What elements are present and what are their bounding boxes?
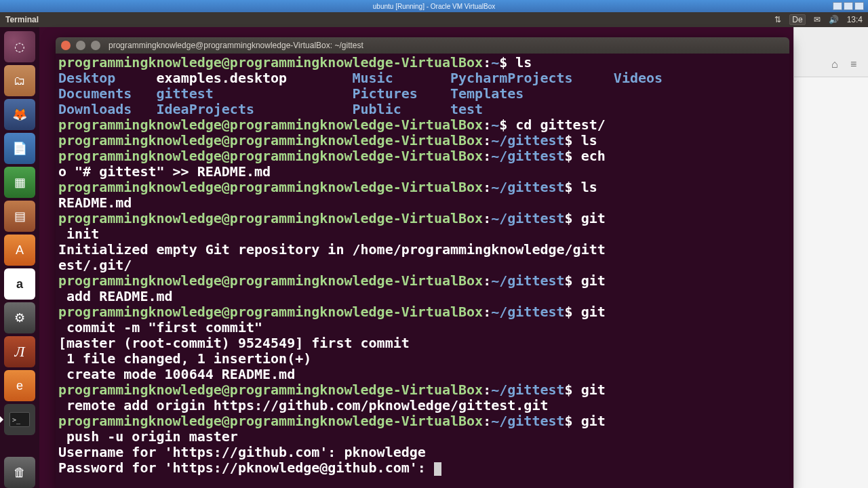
vbox-title: ubuntu [Running] - Oracle VM VirtualBox bbox=[373, 3, 495, 10]
vbox-close-button[interactable] bbox=[854, 2, 864, 10]
launcher-dash[interactable]: ◌ bbox=[4, 31, 35, 62]
window-close-button[interactable] bbox=[61, 41, 71, 50]
messaging-icon[interactable]: ✉ bbox=[814, 15, 821, 24]
vbox-maximize-button[interactable] bbox=[844, 2, 853, 10]
firefox-icon: 🦊 bbox=[12, 107, 27, 122]
spreadsheet-icon: ▦ bbox=[14, 175, 26, 190]
unity-launcher: ◌ 🗂 🦊 📄 ▦ ▤ A a ⚙ Л e >_ 🗑 bbox=[0, 27, 39, 488]
folder-icon: 🗂 bbox=[14, 74, 26, 88]
launcher-amazon[interactable]: a bbox=[4, 268, 35, 300]
gear-icon: ⚙ bbox=[14, 310, 25, 325]
active-indicator-icon bbox=[0, 416, 3, 423]
terminal-window[interactable]: programmingknowledge@programmingknowledg… bbox=[56, 37, 789, 488]
keyboard-language[interactable]: De bbox=[789, 14, 805, 25]
launcher-app-e[interactable]: e bbox=[4, 370, 35, 401]
network-icon[interactable]: ⇅ bbox=[774, 15, 781, 24]
virtualbox-titlebar: ubuntu [Running] - Oracle VM VirtualBox bbox=[0, 0, 868, 12]
jt-icon: Л bbox=[15, 343, 25, 361]
volume-icon[interactable]: 🔊 bbox=[829, 15, 839, 24]
panel-app-name: Terminal bbox=[5, 15, 39, 24]
launcher-trash[interactable]: 🗑 bbox=[4, 457, 35, 488]
launcher-calc[interactable]: ▦ bbox=[4, 167, 35, 198]
software-icon: A bbox=[16, 243, 24, 258]
ubuntu-desktop: Terminal ⇅ De ✉ 🔊 13:4 ⌂ ≡ ◌ 🗂 🦊 📄 ▦ ▤ A… bbox=[0, 12, 868, 488]
terminal-icon: >_ bbox=[9, 412, 30, 427]
launcher-terminal[interactable]: >_ bbox=[4, 404, 35, 435]
document-icon: 📄 bbox=[12, 141, 27, 156]
window-maximize-button[interactable] bbox=[91, 41, 100, 50]
presentation-icon: ▤ bbox=[14, 209, 26, 224]
launcher-firefox[interactable]: 🦊 bbox=[4, 99, 35, 130]
unity-top-panel: Terminal ⇅ De ✉ 🔊 13:4 bbox=[0, 12, 868, 27]
vbox-minimize-button[interactable] bbox=[833, 2, 842, 10]
amazon-icon: a bbox=[16, 277, 23, 291]
background-window[interactable]: ⌂ ≡ bbox=[793, 27, 868, 488]
home-icon[interactable]: ⌂ bbox=[831, 58, 844, 70]
launcher-files[interactable]: 🗂 bbox=[4, 65, 35, 96]
launcher-app-jt[interactable]: Л bbox=[4, 336, 35, 367]
launcher-writer[interactable]: 📄 bbox=[4, 133, 35, 164]
trash-icon: 🗑 bbox=[14, 466, 26, 480]
terminal-title: programmingknowledge@programmingknowledg… bbox=[108, 41, 363, 50]
ubuntu-logo-icon: ◌ bbox=[14, 39, 25, 54]
launcher-settings[interactable]: ⚙ bbox=[4, 302, 35, 333]
menu-icon[interactable]: ≡ bbox=[850, 58, 863, 70]
terminal-titlebar[interactable]: programmingknowledge@programmingknowledg… bbox=[56, 37, 789, 54]
clock[interactable]: 13:4 bbox=[847, 15, 863, 24]
terminal-output[interactable]: programmingknowledge@programmingknowledg… bbox=[56, 54, 789, 477]
launcher-software[interactable]: A bbox=[4, 235, 35, 266]
launcher-impress[interactable]: ▤ bbox=[4, 201, 35, 232]
e-icon: e bbox=[16, 379, 23, 393]
window-minimize-button[interactable] bbox=[76, 41, 85, 50]
